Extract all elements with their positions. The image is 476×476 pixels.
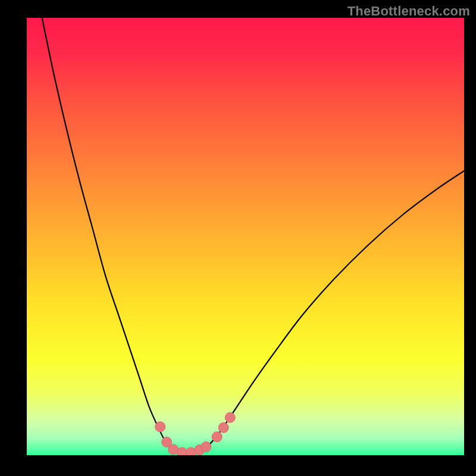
curve-marker	[201, 442, 211, 452]
curve-marker	[212, 432, 222, 442]
watermark-label: TheBottleneck.com	[347, 4, 470, 19]
curve-marker	[155, 422, 165, 432]
bottleneck-chart	[0, 0, 476, 476]
chart-frame: TheBottleneck.com	[0, 0, 476, 476]
curve-marker	[218, 422, 228, 433]
curve-marker	[225, 412, 235, 422]
plot-background	[27, 18, 464, 455]
